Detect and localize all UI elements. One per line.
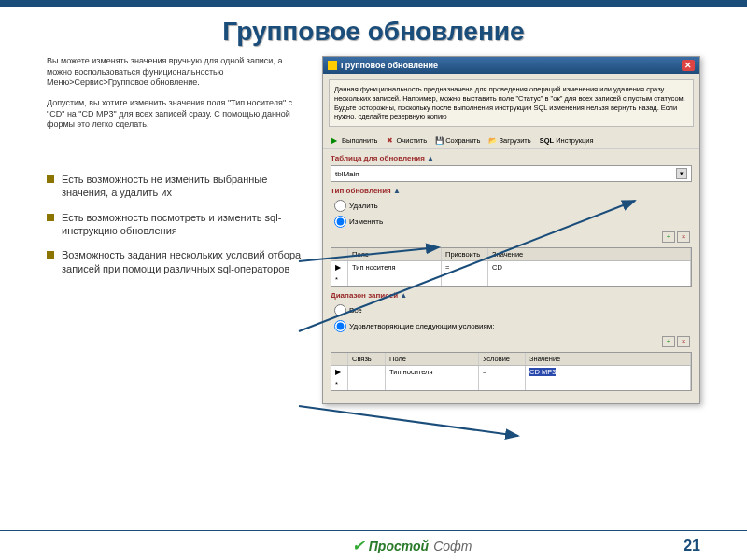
slide-title: Групповое обновление bbox=[0, 7, 747, 56]
brand-logo: ✔ Простой Софт bbox=[352, 537, 472, 554]
table-row[interactable]: * bbox=[331, 378, 691, 390]
radio-conditions[interactable]: Удовлетворяющие следующим условиям: bbox=[334, 320, 494, 332]
save-button[interactable]: 💾Сохранить bbox=[432, 135, 483, 146]
close-icon[interactable]: ✕ bbox=[682, 60, 695, 71]
intro-paragraph-1: Вы можете изменять значения вручную для … bbox=[47, 56, 308, 89]
bullet-conditions: Возможность задания нескольких условий о… bbox=[47, 248, 308, 275]
update-grid: Поле Присвоить Значение ▶ Тип носителя =… bbox=[331, 247, 692, 287]
range-section: Диапазон записей ▲ Все Удовлетворяющие с… bbox=[331, 291, 692, 391]
dialog-window: Групповое обновление ✕ Данная функционал… bbox=[322, 56, 700, 404]
type-section: Тип обновления ▲ Удалить Изменить + × По… bbox=[331, 187, 692, 287]
col-field: Поле bbox=[348, 248, 442, 260]
radio-update[interactable]: Изменить bbox=[334, 216, 383, 228]
range-label: Диапазон записей ▲ bbox=[331, 291, 692, 300]
check-icon: ✔ bbox=[352, 537, 364, 554]
svg-line-3 bbox=[299, 406, 518, 436]
col-field2: Поле bbox=[386, 353, 479, 365]
col-assign: Присвоить bbox=[442, 248, 488, 260]
col-value: Значение bbox=[488, 248, 691, 260]
type-label: Тип обновления ▲ bbox=[331, 187, 692, 195]
remove-row-button[interactable]: × bbox=[677, 231, 690, 243]
page-number: 21 bbox=[684, 538, 700, 554]
col-value2: Значение bbox=[526, 353, 691, 365]
table-section: Таблица для обновления ▲ tblMain ▾ bbox=[331, 154, 692, 182]
window-title: Групповое обновление bbox=[341, 61, 438, 70]
window-icon bbox=[328, 61, 337, 70]
radio-all[interactable]: Все bbox=[334, 304, 362, 316]
table-row[interactable]: ▶ Тип носителя = CD bbox=[331, 261, 691, 273]
conditions-grid: Связь Поле Условие Значение ▶ Тип носите… bbox=[331, 352, 692, 391]
bullet-delete: Есть возможность не изменить выбранные з… bbox=[47, 173, 308, 200]
bullet-sql: Есть возможность посмотреть и изменить s… bbox=[47, 211, 308, 238]
remove-cond-button[interactable]: × bbox=[677, 336, 690, 347]
chevron-down-icon[interactable]: ▾ bbox=[676, 168, 687, 179]
radio-delete[interactable]: Удалить bbox=[334, 200, 378, 212]
run-button[interactable]: ▶Выполнить bbox=[329, 135, 381, 146]
table-dropdown[interactable]: tblMain ▾ bbox=[331, 165, 692, 182]
sql-button[interactable]: SQL Инструкция bbox=[537, 135, 597, 146]
col-link: Связь bbox=[348, 353, 386, 365]
load-button[interactable]: 📂Загрузить bbox=[486, 135, 533, 146]
main-toolbar: ▶Выполнить ✖Очистить 💾Сохранить 📂Загрузи… bbox=[323, 133, 699, 149]
table-row[interactable]: * bbox=[331, 273, 691, 286]
table-row[interactable]: ▶ Тип носителя = CD MP3 bbox=[331, 366, 691, 378]
clear-button[interactable]: ✖Очистить bbox=[384, 135, 430, 146]
table-label: Таблица для обновления ▲ bbox=[331, 154, 692, 162]
titlebar: Групповое обновление ✕ bbox=[323, 57, 699, 74]
col-cond: Условие bbox=[479, 353, 526, 365]
add-cond-button[interactable]: + bbox=[662, 336, 675, 347]
info-text: Данная функциональность предназначена дл… bbox=[329, 79, 694, 127]
add-row-button[interactable]: + bbox=[662, 231, 675, 243]
intro-paragraph-2: Допустим, вы хотите изменить значения по… bbox=[47, 98, 308, 131]
